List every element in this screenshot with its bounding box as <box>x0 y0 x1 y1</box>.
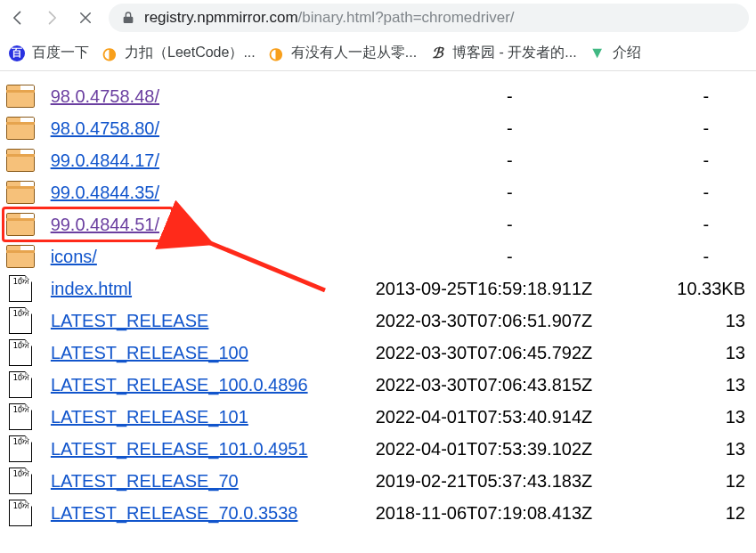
listing-row: LATEST_RELEASE_1002022-03-30T07:06:45.79… <box>5 337 745 369</box>
bookmark-label: 有没有人一起从零... <box>291 44 417 62</box>
listing-row: 99.0.4844.17/-- <box>5 144 745 176</box>
url-path: /binary.html?path=chromedriver/ <box>298 9 515 26</box>
stop-reload-button[interactable] <box>75 7 96 28</box>
forward-button[interactable] <box>41 7 62 28</box>
entry-date: - <box>373 215 653 235</box>
file-icon <box>5 468 37 494</box>
entry-date: - <box>373 86 653 107</box>
entry-date: 2018-11-06T07:19:08.413Z <box>376 503 652 524</box>
file-icon <box>5 435 37 462</box>
entry-link[interactable]: 99.0.4844.51/ <box>51 215 159 234</box>
folder-icon <box>5 211 37 238</box>
entry-date: - <box>373 150 653 171</box>
entry-size: 12 <box>666 503 745 524</box>
page-content: 98.0.4758.48/--98.0.4758.80/--99.0.4844.… <box>0 71 756 529</box>
bookmark-label: 博客园 - 开发者的... <box>452 44 577 62</box>
listing-row: LATEST_RELEASE_70.0.35382018-11-06T07:19… <box>5 497 745 529</box>
entry-link[interactable]: icons/ <box>51 247 97 266</box>
listing-row: LATEST_RELEASE_702019-02-21T05:37:43.183… <box>5 465 745 497</box>
listing-row: 98.0.4758.80/-- <box>5 112 745 144</box>
listing-row: LATEST_RELEASE_100.0.48962022-03-30T07:0… <box>5 369 745 401</box>
entry-link[interactable]: 99.0.4844.17/ <box>51 150 159 170</box>
entry-link[interactable]: LATEST_RELEASE_70 <box>51 471 239 491</box>
folder-icon <box>5 179 37 206</box>
bookmark-label: 介绍 <box>613 44 641 62</box>
entry-size: - <box>667 150 746 171</box>
entry-link[interactable]: LATEST_RELEASE_70.0.3538 <box>51 503 298 523</box>
listing-row: 98.0.4758.48/-- <box>5 80 745 112</box>
listing-row: 99.0.4844.35/-- <box>5 176 745 208</box>
bookmark-cnblogs[interactable]: ℬ博客园 - 开发者的... <box>429 44 577 62</box>
entry-size: - <box>667 215 746 235</box>
entry-date: - <box>373 247 653 267</box>
directory-listing: 98.0.4758.48/--98.0.4758.80/--99.0.4844.… <box>0 71 756 529</box>
entry-size: - <box>667 86 746 107</box>
entry-date: 2022-03-30T07:06:43.815Z <box>376 375 652 395</box>
listing-row: LATEST_RELEASE_1012022-04-01T07:53:40.91… <box>5 401 745 433</box>
bookmark-label: 力扣（LeetCode）... <box>125 44 256 62</box>
folder-icon <box>5 83 37 110</box>
browser-toolbar: registry.npmmirror.com/binary.html?path=… <box>0 0 756 36</box>
entry-link[interactable]: LATEST_RELEASE_100 <box>51 343 248 362</box>
url-text: registry.npmmirror.com/binary.html?path=… <box>144 9 515 27</box>
entry-date: 2013-09-25T16:59:18.911Z <box>376 279 652 299</box>
file-icon <box>5 371 37 398</box>
listing-row: 99.0.4844.51/-- <box>5 208 745 240</box>
listing-row: LATEST_RELEASE2022-03-30T07:06:51.907Z13 <box>5 305 745 337</box>
entry-date: - <box>373 118 653 139</box>
entry-date: - <box>373 183 653 203</box>
entry-date: 2019-02-21T05:37:43.183Z <box>376 471 652 492</box>
file-icon <box>5 500 37 526</box>
entry-link[interactable]: LATEST_RELEASE <box>51 311 208 330</box>
bookmark-leetcode[interactable]: ◑力扣（LeetCode）... <box>102 44 256 62</box>
listing-row: index.html2013-09-25T16:59:18.911Z10.33K… <box>5 272 745 305</box>
entry-link[interactable]: index.html <box>51 279 132 298</box>
entry-link[interactable]: 98.0.4758.48/ <box>51 86 159 106</box>
bookmark-baidu[interactable]: 百百度一下 <box>9 44 89 62</box>
entry-link[interactable]: LATEST_RELEASE_101 <box>51 407 248 427</box>
bookmark-vue[interactable]: ▼介绍 <box>589 44 641 62</box>
file-icon <box>5 339 37 366</box>
folder-icon <box>5 115 37 142</box>
entry-date: 2022-03-30T07:06:51.907Z <box>376 311 652 331</box>
entry-link[interactable]: LATEST_RELEASE_100.0.4896 <box>51 375 308 394</box>
entry-link[interactable]: 99.0.4844.35/ <box>51 183 159 202</box>
entry-size: - <box>667 247 746 267</box>
url-domain: registry.npmmirror.com <box>144 9 298 26</box>
folder-icon <box>5 147 37 174</box>
entry-size: - <box>667 183 746 203</box>
back-button[interactable] <box>7 7 28 28</box>
bookmark-label: 百度一下 <box>32 44 89 62</box>
file-icon <box>5 275 37 302</box>
listing-row: LATEST_RELEASE_101.0.49512022-04-01T07:5… <box>5 433 745 465</box>
entry-size: 10.33KB <box>666 279 745 299</box>
entry-link[interactable]: LATEST_RELEASE_101.0.4951 <box>51 439 308 459</box>
entry-link[interactable]: 98.0.4758.80/ <box>51 118 159 138</box>
folder-icon <box>5 243 37 270</box>
entry-size: 12 <box>666 471 745 492</box>
entry-size: 13 <box>666 311 745 331</box>
bookmarks-bar: 百百度一下◑力扣（LeetCode）...◑有没有人一起从零...ℬ博客园 - … <box>0 36 756 71</box>
entry-size: 13 <box>666 407 745 427</box>
entry-date: 2022-04-01T07:53:39.102Z <box>376 439 652 459</box>
bookmark-zhihu[interactable]: ◑有没有人一起从零... <box>268 44 417 62</box>
entry-date: 2022-03-30T07:06:45.792Z <box>376 343 652 363</box>
file-icon <box>5 307 37 334</box>
listing-row: icons/-- <box>5 240 745 272</box>
entry-size: 13 <box>666 343 745 363</box>
address-bar[interactable]: registry.npmmirror.com/binary.html?path=… <box>109 4 749 32</box>
entry-date: 2022-04-01T07:53:40.914Z <box>376 407 652 427</box>
lock-icon <box>121 11 135 25</box>
file-icon <box>5 403 37 430</box>
entry-size: 13 <box>666 375 745 395</box>
entry-size: - <box>667 118 746 139</box>
entry-size: 13 <box>666 439 745 459</box>
